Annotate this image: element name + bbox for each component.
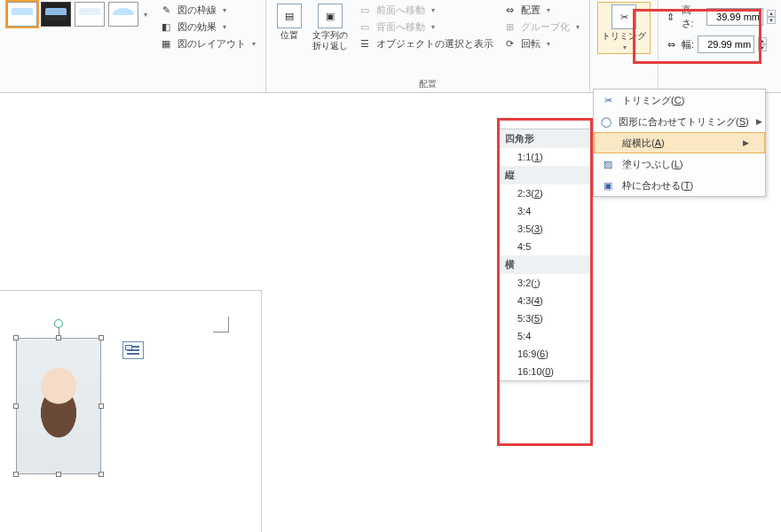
wrap-text-button[interactable]: ▣ 文字列の折り返し [309, 2, 351, 53]
ratio-16-9[interactable]: 16:9(6) [498, 345, 590, 363]
menu-fill[interactable]: ▨塗りつぶし(L) [594, 153, 765, 175]
trim-icon: ✂ [611, 4, 636, 29]
resize-handle[interactable] [13, 403, 19, 409]
height-icon: ⇕ [664, 10, 678, 24]
bring-forward-button[interactable]: ▭前面へ移動▾ [355, 2, 496, 18]
resize-handle[interactable] [56, 335, 61, 340]
chevron-down-icon: ▾ [623, 43, 627, 51]
ratio-16-10[interactable]: 16:10(0) [498, 363, 590, 380]
picture-layout-button[interactable]: ▦図のレイアウト▾ [156, 35, 258, 51]
fill-icon: ▨ [601, 157, 615, 171]
style-thumb-dark[interactable] [41, 2, 71, 27]
ratio-5-4[interactable]: 5:4 [498, 327, 590, 345]
position-icon: ▤ [277, 4, 302, 28]
ratio-3-5[interactable]: 3:5(3) [498, 220, 590, 238]
menu-fit-shape[interactable]: ◯図形に合わせてトリミング(S)▶ [594, 111, 765, 132]
resize-handle[interactable] [99, 403, 104, 409]
resize-handle[interactable] [99, 472, 104, 477]
fit-icon: ▣ [601, 178, 615, 192]
style-thumb-rounded[interactable] [75, 2, 105, 27]
arrange-group-label: 配置 [419, 78, 437, 92]
forward-icon: ▭ [358, 3, 372, 17]
position-button[interactable]: ▤ 位置 [273, 2, 305, 43]
selected-image[interactable] [16, 338, 101, 474]
ratio-3-2[interactable]: 3:2(:) [498, 274, 590, 292]
size-group: ⇕ 高さ: ▲▼ ⇔ 幅: ▲▼ [659, 0, 781, 57]
selection-icon: ☰ [358, 36, 372, 51]
picture-effects-button[interactable]: ◧図の効果▾ [156, 19, 258, 35]
ratio-4-5[interactable]: 4:5 [498, 238, 590, 255]
ratio-2-3[interactable]: 2:3(2) [498, 184, 590, 202]
rotate-handle[interactable] [54, 319, 63, 328]
page-corner-mark [213, 317, 229, 332]
effects-icon: ◧ [159, 20, 173, 34]
ratio-3-4[interactable]: 3:4 [498, 202, 590, 220]
shape-icon: ◯ [601, 114, 611, 129]
picture-styles-group: ▾ ✎図の枠線▾ ◧図の効果▾ ▦図のレイアウト▾ [0, 0, 266, 92]
layout-options-chip[interactable] [122, 341, 144, 359]
backward-icon: ▭ [358, 20, 372, 34]
picture-border-button[interactable]: ✎図の枠線▾ [156, 2, 258, 18]
send-backward-button[interactable]: ▭背面へ移動▾ [355, 19, 496, 35]
ratio-4-3[interactable]: 4:3(4) [498, 292, 590, 309]
style-thumb-oval[interactable] [108, 2, 138, 27]
menu-aspect-ratio[interactable]: 縦横比(A)▶ [594, 132, 765, 153]
ratio-heading-portrait: 縦 [498, 166, 590, 184]
trim-dropdown-menu: ✂トリミング(C) ◯図形に合わせてトリミング(S)▶ 縦横比(A)▶ ▨塗りつ… [593, 89, 766, 197]
width-icon: ⇔ [664, 37, 678, 51]
border-icon: ✎ [159, 3, 173, 17]
align-button[interactable]: ⇔配置▾ [500, 2, 582, 18]
arrange-group: ▤ 位置 ▣ 文字列の折り返し ▭前面へ移動▾ ▭背面へ移動▾ ☰オブジェクトの… [266, 0, 590, 92]
menu-trimming[interactable]: ✂トリミング(C) [594, 90, 765, 111]
width-spinner[interactable]: ▲▼ [758, 37, 767, 51]
height-spinner[interactable]: ▲▼ [767, 10, 776, 24]
style-thumb-simple[interactable] [7, 2, 37, 27]
rotate-icon: ⟳ [502, 36, 517, 51]
height-input[interactable] [706, 8, 763, 26]
height-label: 高さ: [682, 4, 703, 30]
styles-more-icon[interactable]: ▾ [144, 11, 147, 19]
group-icon: ⊞ [502, 20, 517, 34]
width-label: 幅: [682, 38, 694, 51]
align-icon: ⇔ [502, 3, 517, 17]
wrap-icon: ▣ [318, 4, 343, 28]
ratio-heading-square: 四角形 [498, 129, 590, 148]
menu-fit-frame[interactable]: ▣枠に合わせる(T) [594, 175, 765, 196]
resize-handle[interactable] [99, 335, 104, 340]
ribbon: ▾ ✎図の枠線▾ ◧図の効果▾ ▦図のレイアウト▾ ▤ 位置 ▣ 文字列の折り返… [0, 0, 781, 93]
ratio-heading-landscape: 横 [498, 255, 590, 274]
group-button[interactable]: ⊞グループ化▾ [500, 19, 582, 35]
portrait-image [17, 339, 100, 473]
trim-button[interactable]: ✂ トリミング ▾ [597, 2, 651, 54]
width-input[interactable] [698, 35, 754, 53]
aspect-ratio-menu: 四角形 1:1(1) 縦 2:3(2) 3:4 3:5(3) 4:5 横 3:2… [497, 129, 591, 381]
crop-icon: ✂ [601, 93, 615, 107]
resize-handle[interactable] [13, 472, 19, 477]
resize-handle[interactable] [56, 472, 61, 477]
trim-group: ✂ トリミング ▾ [590, 0, 659, 92]
resize-handle[interactable] [13, 335, 19, 340]
ratio-1-1[interactable]: 1:1(1) [498, 148, 590, 166]
layout-icon: ▦ [159, 36, 173, 51]
rotate-button[interactable]: ⟳回転▾ [500, 35, 582, 51]
selection-pane-button[interactable]: ☰オブジェクトの選択と表示 [355, 35, 496, 51]
ratio-5-3[interactable]: 5:3(5) [498, 309, 590, 327]
